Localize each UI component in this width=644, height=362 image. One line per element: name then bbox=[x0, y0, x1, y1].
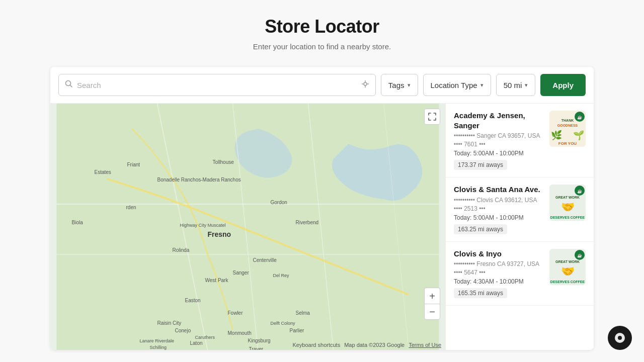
svg-text:Riverbend: Riverbend bbox=[296, 220, 319, 225]
store-item[interactable]: Clovis & Inyo •••••••••• Fresno CA 93727… bbox=[446, 242, 594, 306]
map-canvas: Fresno Bonadelle Ranchos-Madera Ranchos … bbox=[50, 104, 445, 350]
store-distance: 165.35 mi aways bbox=[454, 288, 507, 298]
svg-text:☕: ☕ bbox=[577, 115, 582, 120]
map-attribution-links: Keyboard shortcuts Map data ©2023 Google… bbox=[292, 342, 441, 348]
svg-text:GOODNESS: GOODNESS bbox=[557, 124, 578, 127]
svg-text:DESERVES COFFEE: DESERVES COFFEE bbox=[550, 216, 585, 219]
store-info: Academy & Jensen, Sanger •••••••••• Sang… bbox=[454, 111, 543, 170]
store-image: ☕ GREAT WORK 🤝 DESERVES COFFEE bbox=[549, 249, 586, 285]
store-name: Clovis & Santa Ana Ave. bbox=[454, 185, 543, 195]
svg-text:Raisin City: Raisin City bbox=[157, 320, 182, 326]
store-distance: 173.37 mi aways bbox=[454, 160, 507, 170]
svg-text:GREAT WORK: GREAT WORK bbox=[555, 260, 580, 263]
svg-text:THANK: THANK bbox=[561, 119, 574, 122]
store-image: ☕ THANK GOODNESS 🌿 🌱 FOR YOU bbox=[549, 111, 586, 147]
store-item[interactable]: Academy & Jensen, Sanger •••••••••• Sang… bbox=[446, 104, 594, 177]
svg-text:Monmouth: Monmouth bbox=[228, 330, 252, 336]
page-subtitle: Enter your location to find a nearby sto… bbox=[0, 42, 644, 51]
svg-text:Biola: Biola bbox=[72, 220, 84, 225]
toolbar: Tags ▾ Location Type ▾ 50 mi ▾ Apply bbox=[50, 67, 594, 104]
store-name: Clovis & Inyo bbox=[454, 249, 543, 259]
chat-widget[interactable] bbox=[608, 326, 632, 350]
store-list: Academy & Jensen, Sanger •••••••••• Sang… bbox=[445, 104, 594, 350]
chevron-down-icon: ▾ bbox=[480, 82, 484, 88]
svg-text:Bonadelle Ranchos-Madera Ranch: Bonadelle Ranchos-Madera Ranchos bbox=[157, 177, 241, 183]
page-header: Store Locator Enter your location to fin… bbox=[0, 0, 644, 59]
map-fullscreen-button[interactable] bbox=[424, 109, 440, 125]
store-info: Clovis & Inyo •••••••••• Fresno CA 93727… bbox=[454, 249, 543, 299]
svg-text:🤝: 🤝 bbox=[561, 200, 575, 214]
zoom-in-button[interactable]: + bbox=[424, 288, 440, 304]
svg-text:Parlier
        Reedl.
       : Parlier Reedl. Dinuba Orosi Cutler Squaw… bbox=[290, 328, 305, 333]
store-distance: 163.25 mi aways bbox=[454, 224, 507, 234]
search-icon bbox=[65, 80, 73, 90]
svg-text:Delft Colony: Delft Colony bbox=[271, 321, 296, 326]
svg-text:Fresno: Fresno bbox=[208, 230, 231, 238]
store-phone: •••• 2513 ••• bbox=[454, 205, 543, 212]
svg-text:🌱: 🌱 bbox=[573, 130, 585, 141]
main-container: Tags ▾ Location Type ▾ 50 mi ▾ Apply bbox=[50, 67, 594, 350]
svg-text:Conejo: Conejo bbox=[175, 328, 191, 333]
svg-point-2 bbox=[364, 82, 367, 85]
svg-text:Fowler: Fowler bbox=[228, 310, 244, 316]
zoom-out-button[interactable]: − bbox=[424, 304, 440, 320]
store-info: Clovis & Santa Ana Ave. •••••••••• Clovi… bbox=[454, 185, 543, 234]
svg-text:Friant: Friant bbox=[127, 162, 140, 167]
map-area[interactable]: Fresno Bonadelle Ranchos-Madera Ranchos … bbox=[50, 104, 445, 350]
chevron-down-icon: ▾ bbox=[408, 82, 411, 88]
distance-dropdown[interactable]: 50 mi ▾ bbox=[496, 74, 536, 96]
store-image: ☕ GREAT WORK 🤝 DESERVES COFFEE bbox=[549, 185, 586, 221]
svg-text:☕: ☕ bbox=[577, 253, 582, 258]
svg-text:🌿: 🌿 bbox=[551, 130, 562, 141]
store-phone: •••• 5647 ••• bbox=[454, 269, 543, 276]
svg-text:GREAT WORK: GREAT WORK bbox=[555, 196, 580, 199]
page-title: Store Locator bbox=[0, 16, 644, 37]
svg-text:🤝: 🤝 bbox=[561, 264, 575, 278]
store-hours: Today: 5:00AM - 10:00PM bbox=[454, 214, 543, 221]
svg-text:Estates: Estates bbox=[95, 169, 111, 175]
svg-text:Gordon: Gordon bbox=[271, 200, 287, 205]
chevron-down-icon: ▾ bbox=[525, 82, 528, 88]
svg-point-117 bbox=[618, 336, 622, 340]
svg-text:Rolinda: Rolinda bbox=[173, 247, 190, 253]
store-name: Academy & Jensen, Sanger bbox=[454, 111, 543, 130]
svg-text:West Park: West Park bbox=[205, 278, 229, 283]
terms-link[interactable]: Terms of Use bbox=[409, 342, 441, 348]
store-phone: •••• 7601 ••• bbox=[454, 141, 543, 148]
svg-text:Caruthers: Caruthers bbox=[195, 335, 215, 340]
content-area: Fresno Bonadelle Ranchos-Madera Ranchos … bbox=[50, 104, 594, 350]
svg-line-1 bbox=[70, 85, 72, 87]
svg-text:Centerville: Centerville bbox=[253, 257, 277, 263]
svg-text:Highway City Muscatel: Highway City Muscatel bbox=[180, 223, 226, 228]
svg-text:☕: ☕ bbox=[577, 189, 582, 194]
map-attribution: Keyboard shortcuts Map data ©2023 Google… bbox=[50, 342, 445, 348]
store-address: •••••••••• Fresno CA 93727, USA bbox=[454, 260, 543, 267]
location-target-icon[interactable] bbox=[361, 80, 369, 90]
svg-text:Easton: Easton bbox=[185, 298, 201, 303]
apply-button[interactable]: Apply bbox=[540, 74, 586, 96]
svg-text:DESERVES COFFEE: DESERVES COFFEE bbox=[550, 280, 585, 284]
keyboard-shortcuts-link[interactable]: Keyboard shortcuts bbox=[292, 342, 340, 348]
store-hours: Today: 4:30AM - 10:00PM bbox=[454, 278, 543, 285]
search-wrapper bbox=[58, 74, 376, 96]
map-controls: + − bbox=[424, 288, 440, 320]
svg-text:Selma: Selma bbox=[296, 310, 310, 316]
store-address: •••••••••• Sanger CA 93657, USA bbox=[454, 132, 543, 139]
svg-text:Del Rey: Del Rey bbox=[273, 273, 290, 278]
svg-text:FOR YOU: FOR YOU bbox=[558, 141, 577, 146]
store-address: •••••••••• Clovis CA 93612, USA bbox=[454, 197, 543, 204]
svg-text:Tollhouse: Tollhouse bbox=[213, 159, 234, 165]
location-type-dropdown[interactable]: Location Type ▾ bbox=[423, 74, 491, 96]
store-item[interactable]: Clovis & Santa Ana Ave. •••••••••• Clovi… bbox=[446, 177, 594, 242]
search-input[interactable] bbox=[77, 81, 361, 89]
tags-dropdown[interactable]: Tags ▾ bbox=[381, 74, 418, 96]
svg-text:Sanger: Sanger bbox=[233, 270, 250, 276]
svg-text:rden: rden bbox=[126, 205, 136, 210]
store-hours: Today: 5:00AM - 10:00PM bbox=[454, 150, 543, 157]
map-data-text: Map data ©2023 Google bbox=[344, 342, 405, 348]
